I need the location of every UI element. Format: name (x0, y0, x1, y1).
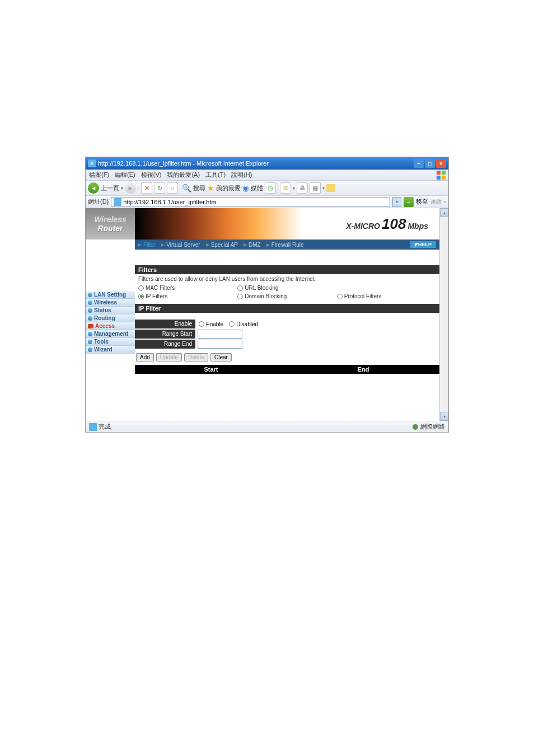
menu-favorites[interactable]: 我的最愛(A) (167, 171, 200, 179)
radio-enable[interactable]: Enable (199, 321, 223, 327)
tab-virtual-server[interactable]: ▶Virtual Server (161, 242, 200, 248)
go-button[interactable]: → (404, 197, 414, 207)
stop-button[interactable]: ✕ (141, 182, 152, 194)
range-end-label: Range End (135, 340, 195, 349)
sidebar-item-routing[interactable]: Routing (86, 314, 135, 322)
search-label[interactable]: 搜尋 (193, 184, 205, 192)
sidebar-item-management[interactable]: Management (86, 330, 135, 338)
sidebar-item-wizard[interactable]: Wizard (86, 346, 135, 354)
bullet-icon (88, 348, 92, 352)
radio-ip-filters[interactable]: IP Filters (138, 293, 237, 299)
range-start-input[interactable] (198, 330, 242, 339)
history-button[interactable]: ◷ (265, 182, 276, 194)
svg-rect-2 (437, 176, 441, 180)
th-start: Start (135, 365, 287, 374)
svg-rect-3 (442, 176, 446, 180)
range-table-header: Start End (135, 365, 439, 374)
tab-firewall[interactable]: ▶Firewall Rule (266, 242, 304, 248)
ie-icon: e (88, 159, 96, 167)
menu-view[interactable]: 檢視(V) (141, 171, 162, 179)
banner: X-MICRO 108 Mbps (135, 208, 439, 240)
menubar: 檔案(F) 編輯(E) 檢視(V) 我的最愛(A) 工具(T) 說明(H) (86, 170, 448, 181)
statusbar: 完成 網際網路 (86, 421, 448, 432)
th-end: End (287, 365, 439, 374)
logo: Wireless Router (86, 208, 135, 240)
tab-special-ap[interactable]: ▶Special AP (206, 242, 238, 248)
radio-mac-filters[interactable]: MAC Filters (138, 285, 237, 291)
tab-filter[interactable]: ▶Filter (138, 242, 156, 248)
done-icon (89, 423, 97, 431)
windows-logo-icon (436, 170, 446, 180)
main-panel: X-MICRO 108 Mbps ▶Filter ▶Virtual Server… (135, 208, 439, 421)
home-button[interactable]: ⌂ (167, 182, 178, 194)
svg-rect-1 (442, 171, 446, 175)
go-label: 移至 (416, 198, 428, 206)
media-icon: ◉ (242, 184, 249, 192)
back-label: 上一頁 (101, 184, 119, 192)
sidebar-item-lan[interactable]: LAN Setting (86, 291, 135, 299)
bullet-icon (88, 300, 92, 305)
bullet-icon (88, 293, 92, 297)
radio-protocol-filters[interactable]: Protocol Filters (337, 293, 436, 299)
edit-button[interactable]: ▦ (310, 182, 321, 194)
network-icon (413, 424, 418, 430)
tabs: ▶Filter ▶Virtual Server ▶Special AP ▶DMZ… (135, 240, 439, 250)
maximize-button[interactable]: □ (425, 159, 435, 168)
ipfilter-header: IP Filter (135, 304, 439, 313)
status-done: 完成 (99, 422, 111, 431)
address-dropdown[interactable]: ▾ (392, 197, 401, 207)
tab-dmz[interactable]: ▶DMZ (243, 242, 261, 248)
sidebar: Wireless Router LAN Setting Wireless Sta… (86, 208, 135, 421)
address-input[interactable]: http://192.168.1.1/user_ipfilter.htm (111, 197, 390, 207)
bullet-icon (88, 340, 92, 344)
sidebar-item-status[interactable]: Status (86, 307, 135, 314)
page-icon (114, 198, 121, 206)
notes-button[interactable] (326, 184, 335, 192)
bullet-icon (88, 332, 92, 336)
menu-help[interactable]: 說明(H) (231, 171, 252, 179)
window-title: http://192.168.1.1/user_ipfilter.htm - M… (98, 160, 414, 167)
forward-button[interactable]: ► (125, 182, 136, 194)
sidebar-item-access[interactable]: Access (86, 322, 135, 330)
filters-description: Filters are used to allow or deny LAN us… (135, 274, 439, 284)
status-network: 網際網路 (420, 422, 445, 431)
bullet-icon (88, 316, 92, 321)
refresh-button[interactable]: ↻ (154, 182, 165, 194)
back-button[interactable]: ◄ (88, 182, 99, 194)
print-button[interactable]: 🖶 (297, 182, 308, 194)
range-end-input[interactable] (198, 340, 242, 349)
filters-header: Filters (135, 265, 439, 274)
help-button[interactable]: ◤HELP (410, 241, 436, 248)
browser-window: e http://192.168.1.1/user_ipfilter.htm -… (85, 157, 449, 433)
sidebar-item-wireless[interactable]: Wireless (86, 299, 135, 307)
update-button[interactable]: Update (156, 353, 182, 361)
media-label[interactable]: 媒體 (251, 184, 263, 192)
clear-button[interactable]: Clear (210, 353, 232, 361)
titlebar: e http://192.168.1.1/user_ipfilter.htm -… (86, 157, 448, 170)
scroll-up-icon[interactable]: ▴ (440, 208, 448, 217)
radio-disabled[interactable]: Disabled (229, 321, 258, 327)
favorites-label[interactable]: 我的最愛 (216, 184, 241, 192)
radio-domain-blocking[interactable]: Domain Blocking (237, 293, 336, 299)
svg-rect-0 (437, 171, 441, 175)
mail-button[interactable]: ✉ (280, 182, 291, 194)
scroll-down-icon[interactable]: ▾ (440, 412, 448, 421)
add-button[interactable]: Add (136, 353, 154, 361)
scrollbar[interactable]: ▴ ▾ (439, 208, 448, 421)
minimize-button[interactable]: – (414, 159, 424, 168)
menu-tools[interactable]: 工具(T) (205, 171, 226, 179)
toolbar: ◄ 上一頁 ▾ ► · ✕ ↻ ⌂ 🔍 搜尋 ★ 我的最愛 ◉ 媒體 ◷ ✉ ▾… (86, 181, 448, 196)
address-label: 網址(D) (88, 198, 109, 206)
close-button[interactable]: × (436, 159, 446, 168)
page-content: Wireless Router LAN Setting Wireless Sta… (86, 208, 448, 421)
menu-edit[interactable]: 編輯(E) (115, 171, 135, 179)
radio-url-blocking[interactable]: URL Blocking (237, 285, 336, 291)
delete-button[interactable]: Delete (184, 353, 208, 361)
bullet-active-icon (88, 324, 93, 328)
sidebar-item-tools[interactable]: Tools (86, 338, 135, 346)
bullet-icon (88, 308, 92, 313)
search-icon: 🔍 (182, 184, 191, 192)
menu-file[interactable]: 檔案(F) (89, 171, 109, 179)
enable-label: Enable (135, 320, 195, 328)
links-label[interactable]: 連結 (430, 198, 442, 206)
